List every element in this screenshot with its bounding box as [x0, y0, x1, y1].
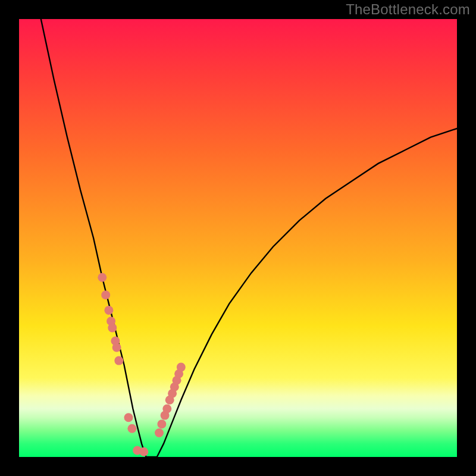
highlight-dot [177, 363, 186, 372]
bottleneck-curve [41, 19, 457, 457]
highlight-dot [108, 323, 117, 332]
highlight-dot [157, 419, 166, 428]
highlight-dot [139, 447, 148, 456]
chart-frame: TheBottleneck.com [0, 0, 476, 476]
chart-svg [19, 19, 457, 457]
highlight-dot [98, 273, 107, 282]
highlight-dot [104, 306, 113, 315]
highlight-dot [155, 428, 164, 437]
watermark-text: TheBottleneck.com [346, 1, 470, 18]
highlight-dot [124, 413, 133, 422]
highlight-dot [127, 424, 136, 433]
highlight-dot [162, 405, 171, 414]
highlight-dot [101, 290, 110, 299]
highlight-dot [114, 356, 123, 365]
highlight-dot [112, 343, 121, 352]
highlight-dot-group [98, 273, 185, 456]
